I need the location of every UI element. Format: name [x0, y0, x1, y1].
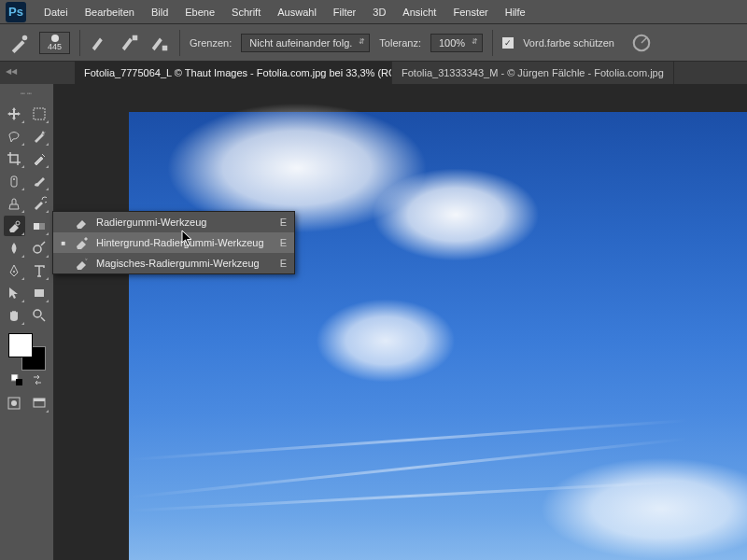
eraser-tool[interactable]	[4, 216, 25, 236]
history-brush-tool[interactable]	[29, 193, 50, 214]
flyout-item-label: Radiergummi-Werkzeug	[96, 217, 273, 228]
flyout-item-background-eraser[interactable]: ■ Hintergrund-Radiergummi-Werkzeug E	[53, 232, 294, 253]
limits-dropdown[interactable]: Nicht aufeinander folg.	[241, 34, 370, 52]
brush-preview-icon	[51, 35, 59, 42]
tolerance-dropdown[interactable]: 100%	[430, 34, 483, 52]
svg-rect-18	[34, 399, 45, 401]
sampling-continuous-icon[interactable]	[90, 33, 110, 53]
brush-tool[interactable]	[29, 171, 50, 191]
lasso-tool[interactable]	[4, 126, 25, 147]
blur-tool[interactable]	[4, 238, 25, 259]
image-content	[540, 457, 747, 560]
magic-wand-tool[interactable]	[29, 126, 50, 147]
brush-size-value: 445	[48, 42, 62, 51]
pressure-icon[interactable]	[631, 33, 652, 53]
svg-rect-14	[16, 379, 22, 385]
eyedropper-tool[interactable]	[29, 148, 50, 169]
hand-tool[interactable]	[4, 305, 25, 326]
document-tab-title: Fotolia_7775064_L © Thaut Images - Fotol…	[84, 67, 392, 78]
marquee-tool[interactable]	[29, 104, 50, 124]
menu-fenster[interactable]: Fenster	[444, 3, 496, 21]
menu-bar: Ps Datei Bearbeiten Bild Ebene Schrift A…	[0, 0, 747, 24]
image-content	[372, 168, 540, 261]
limits-label: Grenzen:	[190, 37, 232, 49]
svg-point-9	[34, 245, 41, 253]
flyout-item-label: Magisches-Radiergummi-Werkzeug	[96, 258, 273, 269]
menu-ebene[interactable]: Ebene	[176, 3, 223, 21]
eraser-tool-flyout: Radiergummi-Werkzeug E ■ Hintergrund-Rad…	[52, 211, 295, 274]
active-indicator: ■	[61, 239, 66, 247]
svg-point-16	[11, 400, 17, 406]
sampling-once-icon[interactable]	[120, 33, 140, 53]
swap-colors-icon[interactable]	[32, 374, 43, 385]
divider	[179, 30, 180, 56]
document-tab-title: Fotolia_31333343_M - © Jürgen Fälchle - …	[402, 67, 664, 78]
menu-bild[interactable]: Bild	[143, 3, 176, 21]
document-tab-active[interactable]: Fotolia_7775064_L © Thaut Images - Fotol…	[75, 62, 392, 84]
menu-hilfe[interactable]: Hilfe	[497, 3, 534, 21]
sampling-swatch-icon[interactable]	[149, 33, 170, 53]
svg-point-6	[16, 221, 20, 225]
pen-tool[interactable]	[4, 260, 25, 281]
menu-filter[interactable]: Filter	[325, 3, 364, 21]
healing-brush-tool[interactable]	[4, 171, 25, 191]
svg-rect-5	[11, 176, 17, 187]
flyout-item-eraser[interactable]: Radiergummi-Werkzeug E	[53, 212, 294, 232]
divider	[492, 30, 493, 56]
menu-schrift[interactable]: Schrift	[223, 3, 269, 21]
work-area: ┅┅	[0, 84, 747, 560]
flyout-item-shortcut: E	[280, 258, 287, 269]
flyout-item-shortcut: E	[280, 237, 287, 248]
svg-point-10	[13, 271, 15, 273]
divider	[79, 30, 80, 56]
brush-preset-picker[interactable]: 445	[39, 32, 70, 54]
svg-rect-11	[35, 289, 44, 297]
svg-rect-4	[34, 108, 45, 119]
path-selection-tool[interactable]	[4, 283, 25, 303]
menu-ansicht[interactable]: Ansicht	[394, 3, 444, 21]
image-content	[130, 419, 689, 461]
dodge-tool[interactable]	[29, 238, 50, 259]
menu-auswahl[interactable]: Auswahl	[269, 3, 325, 21]
crop-tool[interactable]	[4, 148, 25, 169]
gradient-tool[interactable]	[29, 216, 50, 236]
svg-point-12	[34, 310, 41, 317]
menu-3d[interactable]: 3D	[364, 3, 394, 21]
tab-grip-icon[interactable]: ◀◀	[6, 67, 17, 76]
quick-mask-tool[interactable]	[4, 393, 25, 413]
move-tool[interactable]	[4, 104, 25, 124]
foreground-color-swatch[interactable]	[8, 333, 33, 357]
rectangle-tool[interactable]	[29, 283, 50, 303]
menu-datei[interactable]: Datei	[35, 3, 77, 21]
menu-bearbeiten[interactable]: Bearbeiten	[77, 3, 143, 21]
svg-rect-2	[162, 45, 168, 50]
document-tab[interactable]: Fotolia_31333343_M - © Jürgen Fälchle - …	[392, 62, 674, 84]
clone-stamp-tool[interactable]	[4, 193, 25, 214]
image-content	[316, 299, 456, 383]
mouse-cursor-icon	[181, 230, 194, 246]
svg-rect-8	[34, 223, 39, 230]
app-logo: Ps	[6, 2, 26, 22]
protect-foreground-label: Vord.farbe schützen	[523, 37, 614, 49]
screen-mode-tool[interactable]	[29, 393, 50, 413]
eraser-icon	[74, 216, 89, 229]
color-swatches[interactable]	[8, 333, 46, 371]
background-eraser-icon	[74, 236, 89, 249]
svg-rect-1	[133, 35, 138, 40]
tolerance-label: Toleranz:	[379, 37, 421, 49]
magic-eraser-icon	[74, 257, 89, 270]
protect-foreground-checkbox[interactable]: ✓	[502, 37, 514, 49]
flyout-item-magic-eraser[interactable]: Magisches-Radiergummi-Werkzeug E	[53, 253, 294, 273]
svg-point-0	[22, 35, 28, 40]
tool-panel: ┅┅	[0, 84, 54, 560]
type-tool[interactable]	[29, 260, 50, 281]
zoom-tool[interactable]	[29, 305, 50, 326]
flyout-item-shortcut: E	[280, 217, 287, 228]
document-canvas[interactable]	[129, 112, 747, 560]
canvas-area[interactable]	[54, 84, 747, 560]
options-bar: 445 Grenzen: Nicht aufeinander folg. Tol…	[0, 24, 747, 62]
default-colors-icon[interactable]	[11, 374, 22, 385]
document-tab-bar: ◀◀ Fotolia_7775064_L © Thaut Images - Fo…	[0, 62, 747, 84]
tool-preset-icon[interactable]	[9, 33, 30, 53]
panel-grip-icon[interactable]: ┅┅	[4, 90, 49, 98]
